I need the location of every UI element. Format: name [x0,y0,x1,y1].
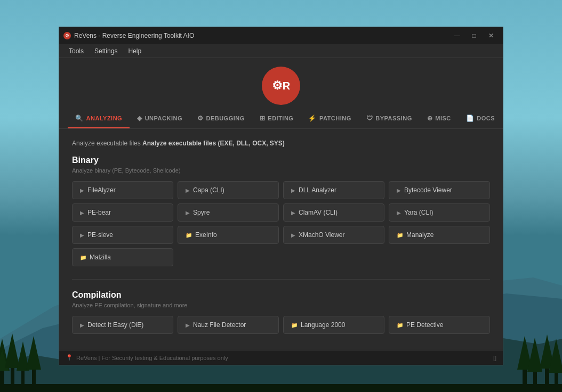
close-button[interactable]: ✕ [484,30,499,41]
language-2000-button[interactable]: 📁 Language 2000 [283,316,384,334]
spyre-icon: ▶ [186,210,190,216]
tab-bypassing[interactable]: 🛡 BYPASSING [359,109,420,128]
patching-icon: ⚡ [308,115,317,122]
xmacho-icon: ▶ [291,232,295,238]
pe-bear-icon: ▶ [80,210,84,216]
manalyze-icon: 📁 [397,232,403,238]
bypassing-icon: 🛡 [366,115,373,122]
compilation-section: Compilation Analyze PE compilation, sign… [72,290,490,334]
binary-sub: Analyze binary (PE, Bytecode, Shellcode) [72,167,490,174]
tab-analyzing[interactable]: 🔍 ANALYZING [68,109,130,128]
compilation-heading: Compilation [72,290,490,300]
menubar: Tools Settings Help [59,44,503,58]
capa-button[interactable]: ▶ Capa (CLI) [178,181,279,199]
content-inner: Analyze executable files Analyze executa… [59,129,503,350]
clamav-button[interactable]: ▶ ClamAV (CLI) [283,203,384,222]
tab-debugging[interactable]: ⚙ DEBUGGING [190,109,252,128]
minimize-button[interactable]: — [449,30,464,41]
debugging-icon: ⚙ [197,115,204,122]
binary-tools-grid: ▶ FileAlyzer ▶ Capa (CLI) ▶ DLL Analyzer… [72,181,490,266]
pe-bear-button[interactable]: ▶ PE-bear [72,203,173,222]
exeinfo-icon: 📁 [186,232,192,238]
filealyzer-button[interactable]: ▶ FileAlyzer [72,181,173,199]
section-description: Analyze executable files Analyze executa… [72,140,490,147]
editing-icon: ⊞ [260,115,266,122]
tab-editing[interactable]: ⊞ EDITING [252,109,301,128]
nav-tabs: 🔍 ANALYZING ◈ UNPACKING ⚙ DEBUGGING ⊞ ED… [59,109,503,129]
bytecode-viewer-icon: ▶ [397,187,401,193]
window-controls: — □ ✕ [449,30,499,41]
binary-heading: Binary [72,156,490,165]
main-window: ⚙ ReVens - Reverse Engineering Toolkit A… [59,27,503,365]
app-logo: ⚙R [262,67,300,105]
docs-icon: 📄 [466,115,475,122]
statusbar-text: 📍 ReVens | For Security testing & Educat… [66,354,228,361]
dll-analyzer-button[interactable]: ▶ DLL Analyzer [283,181,384,199]
dll-analyzer-icon: ▶ [291,187,295,193]
maximize-button[interactable]: □ [467,30,481,41]
malzilla-button[interactable]: 📁 Malzilla [72,248,173,266]
pe-detective-icon: 📁 [397,322,403,328]
compilation-sub: Analyze PE compilation, signature and mo… [72,302,490,308]
pe-detective-button[interactable]: 📁 PE Detective [389,316,490,334]
yara-button[interactable]: ▶ Yara (CLI) [389,203,490,222]
titlebar: ⚙ ReVens - Reverse Engineering Toolkit A… [59,27,503,44]
bytecode-viewer-button[interactable]: ▶ Bytecode Viewer [389,181,490,199]
pe-sieve-button[interactable]: ▶ PE-sieve [72,226,173,244]
misc-icon: ⊕ [427,115,433,122]
spyre-button[interactable]: ▶ Spyre [178,203,279,222]
exeinfo-button[interactable]: 📁 ExeInfo [178,226,279,244]
tab-docs[interactable]: 📄 DOCS [459,109,502,128]
menu-tools[interactable]: Tools [63,45,89,57]
binary-section: Binary Analyze binary (PE, Bytecode, She… [72,156,490,266]
menu-help[interactable]: Help [123,45,147,57]
nauz-icon: ▶ [186,322,190,328]
tab-unpacking[interactable]: ◈ UNPACKING [130,109,190,128]
pe-sieve-icon: ▶ [80,232,84,238]
manalyze-button[interactable]: 📁 Manalyze [389,226,490,244]
malzilla-icon: 📁 [80,255,86,260]
app-header: ⚙R [59,58,503,109]
titlebar-left: ⚙ ReVens - Reverse Engineering Toolkit A… [63,32,194,39]
tab-patching[interactable]: ⚡ PATCHING [301,109,358,128]
window-title: ReVens - Reverse Engineering Toolkit AIO [74,32,194,39]
svg-rect-20 [0,384,562,392]
statusbar: 📍 ReVens | For Security testing & Educat… [59,350,503,365]
section-divider [72,279,490,280]
nauz-file-detector-button[interactable]: ▶ Nauz File Detector [178,316,279,334]
filealyzer-icon: ▶ [80,187,84,193]
compilation-tools-grid: ▶ Detect It Easy (DiE) ▶ Nauz File Detec… [72,316,490,334]
unpacking-icon: ◈ [137,115,142,122]
status-pin-icon: 📍 [66,354,73,361]
menu-settings[interactable]: Settings [89,45,123,57]
statusbar-right: [] [493,355,496,361]
app-icon: ⚙ [63,32,71,39]
die-icon: ▶ [80,322,84,328]
detect-it-easy-button[interactable]: ▶ Detect It Easy (DiE) [72,316,173,334]
yara-icon: ▶ [397,210,401,216]
lang2000-icon: 📁 [291,322,298,328]
xmacho-viewer-button[interactable]: ▶ XMachO Viewer [283,226,384,244]
content-area: Analyze executable files Analyze executa… [59,129,503,350]
analyzing-icon: 🔍 [75,115,84,122]
clamav-icon: ▶ [291,210,295,216]
tab-misc[interactable]: ⊕ MISC [420,109,459,128]
capa-icon: ▶ [186,187,190,193]
